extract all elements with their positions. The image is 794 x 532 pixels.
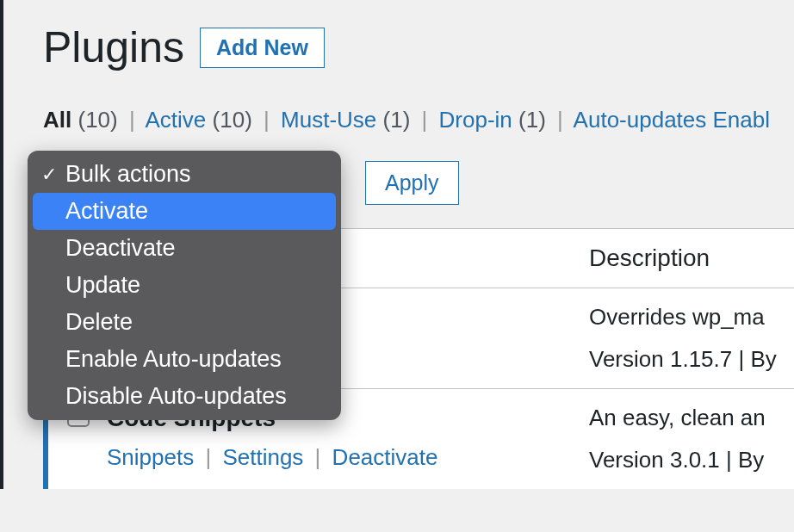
- dropdown-option-deactivate[interactable]: Deactivate: [33, 230, 336, 267]
- filter-mustuse-label: Must-Use: [281, 107, 376, 133]
- dropdown-option-label: Enable Auto-updates: [65, 346, 282, 373]
- add-new-button[interactable]: Add New: [200, 28, 325, 68]
- link-separator: |: [315, 444, 321, 470]
- filter-autoupdate[interactable]: Auto-updates Enabl: [574, 107, 770, 133]
- filter-separator: |: [264, 107, 270, 133]
- dropdown-option-delete[interactable]: Delete: [33, 304, 336, 341]
- dropdown-option-label: Update: [65, 272, 140, 299]
- plugin-description: An easy, clean an: [589, 405, 785, 431]
- plugin-meta: Version 1.15.7 | By: [589, 346, 785, 373]
- filter-separator: |: [557, 107, 563, 133]
- bulk-actions-dropdown[interactable]: ✓ Bulk actions Activate Deactivate Updat…: [28, 151, 341, 420]
- plugin-link-settings[interactable]: Settings: [222, 444, 303, 470]
- filter-active-count: (10): [213, 107, 252, 133]
- filter-dropin-count: (1): [518, 107, 546, 133]
- dropdown-option-disable-auto[interactable]: Disable Auto-updates: [33, 378, 336, 415]
- plugin-action-links: Snippets | Settings | Deactivate: [107, 444, 572, 471]
- plugin-link-snippets[interactable]: Snippets: [107, 444, 194, 470]
- dropdown-option-label: Disable Auto-updates: [65, 383, 287, 410]
- filter-autoupdate-label: Auto-updates Enabl: [574, 107, 770, 133]
- dropdown-option-label: Deactivate: [65, 235, 176, 262]
- dropdown-option-update[interactable]: Update: [33, 267, 336, 304]
- filter-separator: |: [129, 107, 135, 133]
- dropdown-option-enable-auto[interactable]: Enable Auto-updates: [33, 341, 336, 378]
- apply-button[interactable]: Apply: [365, 161, 459, 205]
- plugin-link-deactivate[interactable]: Deactivate: [332, 444, 438, 470]
- dropdown-option-label: Delete: [65, 309, 133, 336]
- filter-bar: All (10) | Active (10) | Must-Use (1) | …: [43, 107, 794, 133]
- checkmark-icon: ✓: [41, 164, 64, 186]
- dropdown-option-activate[interactable]: Activate: [33, 193, 336, 230]
- filter-mustuse-count: (1): [383, 107, 411, 133]
- page-title: Plugins: [43, 22, 184, 72]
- filter-dropin-label: Drop-in: [439, 107, 512, 133]
- dropdown-option-label: Activate: [65, 198, 148, 225]
- filter-active-label: Active: [146, 107, 207, 133]
- filter-active[interactable]: Active (10): [146, 107, 259, 133]
- plugin-meta: Version 3.0.1 | By: [589, 447, 785, 473]
- column-header-description: Description: [580, 229, 794, 288]
- filter-mustuse[interactable]: Must-Use (1): [281, 107, 417, 133]
- filter-all[interactable]: All (10): [43, 107, 124, 133]
- plugin-description: Overrides wp_ma: [589, 304, 785, 331]
- filter-separator: |: [422, 107, 428, 133]
- filter-all-count: (10): [78, 107, 117, 133]
- dropdown-option-bulk-actions[interactable]: ✓ Bulk actions: [33, 156, 336, 193]
- filter-dropin[interactable]: Drop-in (1): [439, 107, 553, 133]
- link-separator: |: [205, 444, 211, 470]
- filter-all-label: All: [43, 107, 71, 133]
- dropdown-option-label: Bulk actions: [65, 161, 191, 188]
